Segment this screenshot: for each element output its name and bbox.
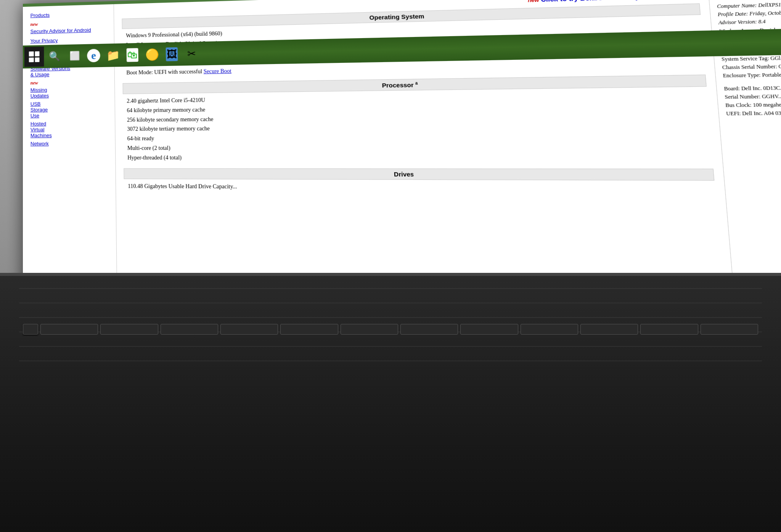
store-icon: 🛍 [127, 48, 138, 62]
sidebar-usb[interactable]: USBStorageUse [31, 100, 107, 119]
multicore: Multi-core (2 total) [127, 141, 707, 153]
your-privacy-link[interactable]: Your Privacy [31, 36, 106, 44]
key-f2 [100, 324, 158, 335]
ie-icon: e [87, 49, 100, 62]
keyboard-area [0, 273, 781, 532]
right-bus-clock: Bus Clock: 100 megahe... [725, 100, 781, 110]
sidebar-network[interactable]: Network [31, 141, 107, 147]
key-f9 [521, 324, 578, 335]
missing-updates-link[interactable]: MissingUpdates [31, 86, 107, 99]
right-serial: Serial Number: GGHV... [725, 91, 781, 101]
photos-icon: 🖼 [166, 47, 178, 61]
right-board: Board: Dell Inc. 0D13C... [724, 83, 781, 93]
windows-icon [29, 51, 40, 62]
network-link[interactable]: Network [31, 141, 107, 147]
scissors-taskbar[interactable]: ✂ [182, 43, 201, 64]
drives-section-header: Drives [124, 168, 714, 180]
search-icon: 🔍 [49, 51, 60, 62]
sidebar-your-privacy[interactable]: Your Privacy [31, 36, 106, 44]
right-uefi: UEFI: Dell Inc. A04 03... [726, 108, 781, 118]
internet-explorer-taskbar[interactable]: e [84, 45, 103, 66]
sidebar-new-security: new Security Advisor for Android [31, 19, 106, 34]
processor-section-content: 2.40 gigahertz Intel Core i5-4210U 64 ki… [123, 89, 713, 162]
app1-icon: 🟡 [145, 48, 159, 61]
new-badge-security: new [31, 22, 38, 27]
app1-taskbar[interactable]: 🟡 [143, 44, 162, 65]
photos-taskbar[interactable]: 🖼 [162, 44, 182, 65]
laptop-screen: Products new Security Advisor for Androi… [23, 0, 781, 318]
key-f10 [580, 324, 638, 335]
key-f6 [341, 324, 398, 335]
file-explorer-taskbar[interactable]: 📁 [104, 45, 122, 66]
sidebar-missing-updates[interactable]: new MissingUpdates [31, 79, 107, 99]
laptop-body: Products new Security Advisor for Androi… [0, 0, 781, 532]
products-link[interactable]: Products [31, 11, 106, 18]
sidebar-hosted-vm[interactable]: HostedVirtualMachines [31, 120, 107, 139]
usb-storage-link[interactable]: USBStorageUse [31, 100, 107, 119]
screen-content: Products new Security Advisor for Androi… [23, 0, 781, 318]
key-f11 [640, 324, 698, 335]
belarc-security-link[interactable]: Click to try Belarc's Security Advisor f… [540, 0, 699, 3]
folder-icon: 📁 [106, 49, 120, 62]
security-advisor-android-link[interactable]: Security Advisor for Android [31, 27, 106, 34]
belarc-new-badge: new [527, 0, 539, 3]
drive-info: 110.48 Gigabytes Usable Hard Drive Capac… [128, 181, 710, 194]
new-badge-missing: new [31, 80, 38, 85]
store-taskbar[interactable]: 🛍 [123, 45, 142, 65]
key-f12 [701, 324, 758, 335]
key-f3 [161, 324, 218, 335]
task-view-button[interactable]: ⬜ [65, 46, 84, 66]
sidebar-products-link[interactable]: Products [31, 11, 106, 18]
start-button[interactable] [24, 46, 44, 67]
key-f1 [40, 324, 98, 335]
key-f7 [400, 324, 458, 335]
scissors-icon: ✂ [187, 48, 196, 60]
key-f8 [460, 324, 518, 335]
hosted-vm-link[interactable]: HostedVirtualMachines [31, 120, 107, 139]
task-view-icon: ⬜ [69, 51, 80, 61]
secure-boot-link[interactable]: Secure Boot [204, 68, 231, 75]
drives-section-content: 110.48 Gigabytes Usable Hard Drive Capac… [124, 181, 716, 194]
hyperthreaded: Hyper-threaded (4 total) [127, 152, 708, 162]
key-f4 [220, 324, 278, 335]
key-f5 [280, 324, 338, 335]
keyboard-visual [23, 280, 758, 379]
search-button[interactable]: 🔍 [45, 46, 64, 66]
key-esc [23, 324, 38, 335]
